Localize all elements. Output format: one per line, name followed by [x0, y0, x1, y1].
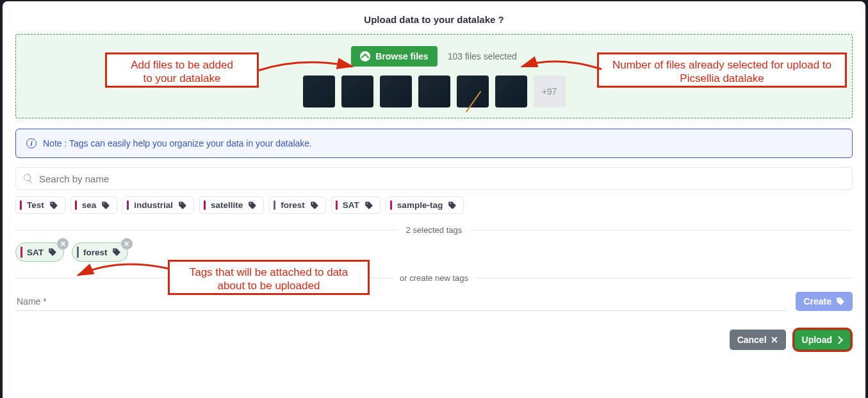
selected-tags-count: 2 selected tags — [398, 225, 470, 235]
thumbnail[interactable] — [457, 76, 489, 107]
remove-tag-icon[interactable]: ✕ — [121, 238, 133, 250]
tag-bar — [127, 200, 129, 210]
search-wrap — [15, 167, 853, 190]
tag-label: sample-tag — [397, 200, 443, 210]
note-banner: i Note : Tags can easily help you organi… — [15, 129, 853, 158]
chevron-right-icon — [836, 335, 842, 345]
tag-label: forest — [281, 200, 305, 210]
tag-label: Test — [27, 200, 44, 210]
tag-icon — [364, 201, 373, 210]
cancel-button[interactable]: Cancel ✕ — [730, 330, 786, 350]
selected-tag-chip[interactable]: SAT ✕ — [15, 243, 64, 262]
tag-icon — [112, 248, 121, 257]
browse-files-label: Browse files — [375, 51, 428, 61]
note-text: Note : Tags can easily help you organize… — [43, 138, 312, 148]
create-tags-label: or create new tags — [392, 273, 476, 283]
create-tag-row: Create — [15, 292, 853, 311]
tag-bar — [75, 200, 77, 210]
modal-title: Upload data to your datalake ? — [15, 14, 853, 25]
tag-bar — [336, 200, 338, 210]
tag-icon — [310, 201, 319, 210]
info-icon: i — [26, 138, 37, 148]
upload-icon — [360, 51, 370, 61]
selected-tags-divider: 2 selected tags — [15, 225, 853, 235]
thumbnail[interactable] — [495, 76, 527, 107]
tag-chip[interactable]: Test — [15, 196, 65, 214]
close-icon: ✕ — [771, 335, 778, 345]
selected-tag-chip[interactable]: forest ✕ — [72, 243, 128, 262]
selected-tags-row: SAT ✕ forest ✕ — [15, 243, 853, 262]
tag-label: forest — [83, 248, 108, 257]
tag-chip[interactable]: satellite — [199, 196, 264, 214]
tag-label: SAT — [27, 248, 44, 257]
tag-chip[interactable]: forest — [269, 196, 326, 214]
tag-bar — [20, 200, 22, 210]
tag-bar — [274, 200, 275, 210]
create-tag-button[interactable]: Create — [796, 292, 853, 311]
tag-label: industrial — [134, 200, 173, 210]
files-selected-text: 103 files selected — [448, 51, 517, 61]
tag-label: SAT — [343, 200, 359, 210]
search-input[interactable] — [39, 173, 846, 184]
thumbnail-more[interactable]: +97 — [534, 76, 566, 107]
annotation-add-files: Add files to be added to your datalake — [105, 52, 259, 88]
tag-chip[interactable]: industrial — [122, 196, 194, 214]
browse-files-button[interactable]: Browse files — [351, 46, 437, 67]
tags-row: Test sea industrial satellite forest — [15, 196, 853, 214]
upload-modal: Upload data to your datalake ? Browse fi… — [3, 1, 865, 398]
tag-label: sea — [82, 200, 97, 210]
tag-icon — [49, 201, 58, 210]
tag-bar — [20, 246, 22, 258]
tag-chip[interactable]: sea — [70, 196, 118, 214]
annotation-files-count: Number of files already selected for upl… — [597, 52, 847, 88]
tag-label: satellite — [211, 200, 243, 210]
tag-icon — [101, 201, 110, 210]
tag-chip[interactable]: SAT — [331, 196, 381, 214]
browse-row: Browse files 103 files selected — [351, 46, 517, 67]
search-icon — [22, 173, 34, 184]
tag-icon — [178, 201, 187, 210]
remove-tag-icon[interactable]: ✕ — [57, 238, 69, 250]
tag-chip[interactable]: sample-tag — [386, 196, 464, 214]
create-tags-divider: or create new tags — [15, 273, 853, 283]
annotation-tags-attached: Tags that will be attached to data about… — [168, 260, 370, 295]
thumbnail[interactable] — [380, 76, 412, 107]
tag-bar — [390, 200, 392, 210]
tag-icon — [48, 248, 57, 257]
tag-bar — [77, 246, 79, 258]
tag-name-input[interactable] — [15, 292, 787, 311]
create-tag-label: Create — [803, 296, 831, 306]
tag-icon — [248, 201, 257, 210]
thumbnail[interactable] — [303, 76, 335, 107]
upload-label: Upload — [802, 335, 832, 345]
thumbnail[interactable] — [418, 76, 450, 107]
upload-button[interactable]: Upload — [792, 328, 853, 352]
thumbnail-row: +97 — [303, 76, 566, 107]
cancel-label: Cancel — [737, 335, 767, 345]
tag-icon — [448, 201, 457, 210]
thumbnail[interactable] — [341, 76, 373, 107]
modal-footer: Cancel ✕ Upload — [15, 328, 853, 352]
tag-bar — [204, 200, 206, 210]
tag-icon — [836, 297, 845, 306]
